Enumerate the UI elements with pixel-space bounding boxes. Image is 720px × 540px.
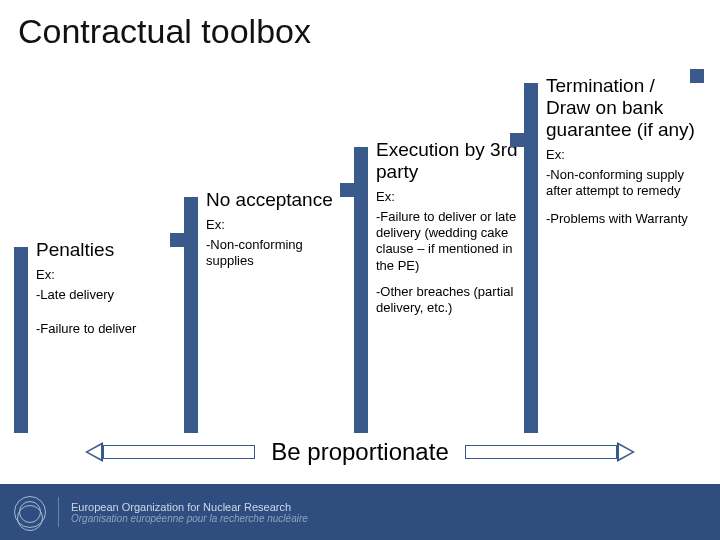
body-line: -Failure to deliver [36,321,178,337]
body-line: -Failure to deliver or late delivery (we… [376,209,518,274]
accent-corner [170,233,184,247]
accent-corner [510,133,524,147]
proportionate-label: Be proportionate [271,438,448,466]
step-body: Ex: -Failure to deliver or late delivery… [354,187,524,327]
footer-divider [58,497,59,527]
arrow-left-icon [85,442,255,462]
footer-org-en: European Organization for Nuclear Resear… [71,501,308,513]
ex-label: Ex: [206,217,348,233]
accent-side [354,147,368,433]
step-penalties: Penalties Ex: -Late delivery -Failure to… [14,233,184,433]
ex-label: Ex: [546,147,698,163]
step-execution: Execution by 3rd party Ex: -Failure to d… [354,133,524,433]
accent-side [524,83,538,433]
accent-side [14,247,28,433]
ex-label: Ex: [376,189,518,205]
ex-label: Ex: [36,267,178,283]
step-heading: Penalties [14,233,184,265]
footer-bar: European Organization for Nuclear Resear… [0,484,720,540]
body-line: -Problems with Warranty [546,211,698,227]
cern-logo-icon [14,496,46,528]
staircase-diagram: Penalties Ex: -Late delivery -Failure to… [0,51,720,441]
step-body: Ex: -Late delivery -Failure to deliver [14,265,184,348]
proportionate-row: Be proportionate [0,438,720,466]
body-line: -Other breaches (partial delivery, etc.) [376,284,518,317]
step-heading: No acceptance [184,183,354,215]
footer-org-fr: Organisation européenne pour la recherch… [71,513,308,524]
accent-corner [340,183,354,197]
step-no-acceptance: No acceptance Ex: -Non-conforming suppli… [184,183,354,433]
step-termination: Termination / Draw on bank guarantee (if… [524,69,704,433]
step-body: Ex: -Non-conforming supply after attempt… [524,145,704,238]
step-heading: Termination / Draw on bank guarantee (if… [524,69,704,145]
arrow-right-icon [465,442,635,462]
footer-org: European Organization for Nuclear Resear… [71,501,308,524]
step-heading: Execution by 3rd party [354,133,524,187]
step-body: Ex: -Non-conforming supplies [184,215,354,280]
slide-title: Contractual toolbox [0,0,720,51]
body-line: -Non-conforming supply after attempt to … [546,167,698,200]
body-line: -Non-conforming supplies [206,237,348,270]
accent-corner [690,69,704,83]
accent-side [184,197,198,433]
body-line: -Late delivery [36,287,178,303]
